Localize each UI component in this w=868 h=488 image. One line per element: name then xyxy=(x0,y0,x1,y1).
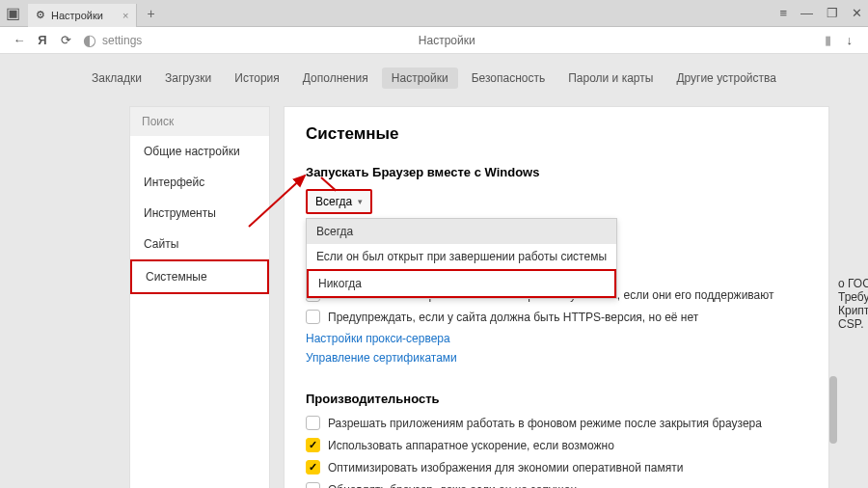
startup-select[interactable]: Всегда ▾ xyxy=(306,189,372,214)
browser-toolbar: ← Я ⟳ ◐ settings Настройки ▮ ↓ xyxy=(0,27,868,54)
nav-addons[interactable]: Дополнения xyxy=(293,68,378,89)
checkbox-checked[interactable] xyxy=(306,460,320,474)
settings-sidebar: Поиск Общие настройки Интерфейс Инструме… xyxy=(129,106,270,488)
address-bar[interactable]: ◐ settings Настройки xyxy=(83,30,811,51)
proxy-settings-link[interactable]: Настройки прокси-сервера xyxy=(306,332,807,345)
close-window-icon[interactable]: ✕ xyxy=(852,6,862,20)
setting-label: Обновлять браузер, даже если он не запущ… xyxy=(328,483,577,489)
cert-settings-link[interactable]: Управление сертификатами xyxy=(306,351,807,365)
nav-history[interactable]: История xyxy=(225,68,289,89)
setting-label: Предупреждать, если у сайта должна быть … xyxy=(328,311,698,324)
sidebar-search[interactable]: Поиск xyxy=(130,107,269,136)
sidebar-item-sites[interactable]: Сайты xyxy=(130,229,269,259)
dropdown-option-if-open[interactable]: Если он был открыт при завершении работы… xyxy=(307,244,616,269)
settings-main-panel: Системные Запускать Браузер вместе с Win… xyxy=(284,106,829,488)
sidebar-toggle-icon[interactable]: ▣ xyxy=(6,4,20,22)
page-heading: Системные xyxy=(306,124,807,144)
new-tab-button[interactable]: + xyxy=(137,6,164,21)
checkbox-unchecked[interactable] xyxy=(306,310,320,324)
nav-devices[interactable]: Другие устройства xyxy=(666,68,786,89)
sidebar-item-system[interactable]: Системные xyxy=(130,259,269,294)
checkbox-unchecked[interactable] xyxy=(306,482,320,488)
sidebar-item-interface[interactable]: Интерфейс xyxy=(130,167,269,198)
url-text: settings xyxy=(102,34,142,47)
menu-icon[interactable]: ≡ xyxy=(779,6,787,20)
download-icon[interactable]: ↓ xyxy=(847,33,854,47)
checkbox-checked[interactable] xyxy=(306,438,320,452)
sidebar-item-general[interactable]: Общие настройки xyxy=(130,136,269,167)
startup-heading: Запускать Браузер вместе с Windows xyxy=(306,165,807,179)
yandex-home-button[interactable]: Я xyxy=(31,33,54,47)
gear-icon: ⚙ xyxy=(36,9,45,21)
window-titlebar: ▣ ⚙ Настройки × + ≡ — ❐ ✕ xyxy=(0,0,868,27)
page-title-center: Настройки xyxy=(419,34,475,47)
checkbox-unchecked[interactable] xyxy=(306,416,320,430)
gost-text-tail: о ГОСТ. Требуется КриптоПро CSP. xyxy=(838,277,868,331)
startup-select-value: Всегда xyxy=(315,195,352,208)
nav-bookmarks[interactable]: Закладки xyxy=(82,68,151,89)
browser-tab[interactable]: ⚙ Настройки × xyxy=(28,4,137,27)
setting-hw-accel[interactable]: Использовать аппаратное ускорение, если … xyxy=(306,438,807,452)
setting-bg-apps[interactable]: Разрешать приложениям работать в фоновом… xyxy=(306,416,807,430)
setting-label: Разрешать приложениям работать в фоновом… xyxy=(328,417,762,430)
sidebar-item-tools[interactable]: Инструменты xyxy=(130,198,269,229)
reload-button[interactable]: ⟳ xyxy=(54,33,77,47)
performance-heading: Производительность xyxy=(306,392,807,406)
settings-content: Закладки Загрузки История Дополнения Нас… xyxy=(0,54,868,488)
setting-update-bg[interactable]: Обновлять браузер, даже если он не запущ… xyxy=(306,482,807,488)
nav-settings[interactable]: Настройки xyxy=(382,68,458,89)
setting-optimize-images[interactable]: Оптимизировать изображения для экономии … xyxy=(306,460,807,474)
nav-downloads[interactable]: Загрузки xyxy=(155,68,221,89)
dropdown-option-always[interactable]: Всегда xyxy=(307,219,616,244)
top-navigation: Закладки Загрузки История Дополнения Нас… xyxy=(0,68,868,89)
chevron-down-icon: ▾ xyxy=(358,197,363,206)
nav-security[interactable]: Безопасность xyxy=(462,68,556,89)
back-button[interactable]: ← xyxy=(8,33,31,47)
minimize-icon[interactable]: — xyxy=(800,6,813,20)
startup-dropdown: Всегда Если он был открыт при завершении… xyxy=(306,218,617,299)
setting-label: Оптимизировать изображения для экономии … xyxy=(328,461,683,474)
nav-passwords[interactable]: Пароли и карты xyxy=(558,68,663,89)
globe-icon: ◐ xyxy=(83,31,96,49)
bookmark-icon[interactable]: ▮ xyxy=(825,33,831,47)
dropdown-option-never[interactable]: Никогда xyxy=(307,269,616,298)
tab-close-icon[interactable]: × xyxy=(122,10,128,21)
scrollbar-thumb[interactable] xyxy=(829,376,837,444)
maximize-icon[interactable]: ❐ xyxy=(827,6,838,20)
setting-https-warn[interactable]: Предупреждать, если у сайта должна быть … xyxy=(306,310,807,324)
tab-title: Настройки xyxy=(51,10,103,21)
setting-label: Использовать аппаратное ускорение, если … xyxy=(328,439,614,452)
